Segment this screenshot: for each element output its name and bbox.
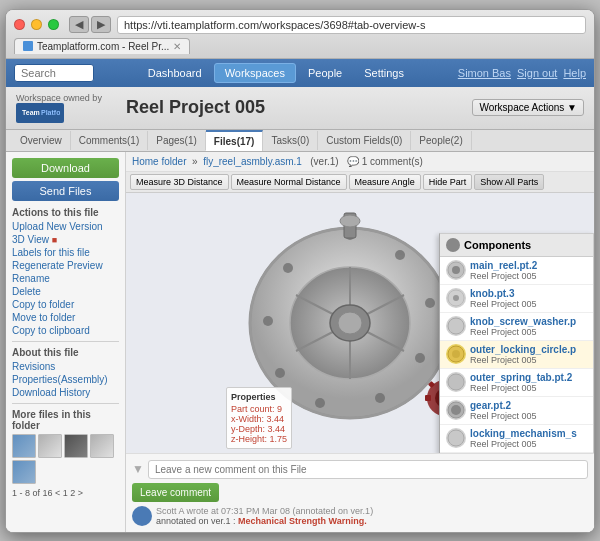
minimize-btn[interactable] [31,19,42,30]
tab-favicon [23,41,33,51]
maximize-btn[interactable] [48,19,59,30]
send-files-button[interactable]: Send Files [12,181,119,201]
nav-tabs: Dashboard Workspaces People Settings [102,63,450,83]
comment-warning: Mechanical Strength Warning. [238,516,367,526]
back-button[interactable]: ◀ [69,16,89,33]
thumb-2[interactable] [38,434,62,458]
svg-point-16 [315,398,325,408]
thumb-5[interactable] [12,460,36,484]
properties-link[interactable]: Properties(Assembly) [12,374,119,385]
leave-comment-button[interactable]: Leave comment [132,483,219,502]
svg-point-21 [340,215,360,227]
download-history-link[interactable]: Download History [12,387,119,398]
prop-width: x-Width: 3.44 [231,414,287,424]
comment-count: 1 comment(s) [362,156,423,167]
comment-avatar [132,506,152,526]
browser-tab[interactable]: Teamplatform.com - Reel Pr... ✕ [14,38,190,54]
workspace-actions-button[interactable]: Workspace Actions ▼ [472,99,584,116]
breadcrumb-home[interactable]: Home folder [132,156,186,167]
address-bar[interactable]: https://vti.teamplatform.com/workspaces/… [117,16,586,34]
thumbnail-grid [12,434,119,484]
svg-point-34 [448,318,464,334]
user-name[interactable]: Simon Bas [458,67,511,79]
file-version: (ver.1) [310,156,338,167]
comp-icon-6 [446,400,466,420]
more-files-title: More files in this folder [12,409,119,431]
nav-tab-people[interactable]: People [298,63,352,83]
measure-normal-btn[interactable]: Measure Normal Distance [231,174,347,190]
thumb-4[interactable] [90,434,114,458]
comment-input[interactable] [148,460,588,479]
measure-angle-btn[interactable]: Measure Angle [349,174,421,190]
copy-to-clipboard-link[interactable]: Copy to clipboard [12,325,119,336]
svg-rect-26 [425,395,431,401]
breadcrumb-file[interactable]: fly_reel_asmbly.asm.1 [203,156,302,167]
left-sidebar: Download Send Files Actions to this file… [6,152,126,532]
nav-tab-settings[interactable]: Settings [354,63,414,83]
comment-meta: Scott A wrote at 07:31 PM Mar 08 (annota… [156,506,373,516]
download-button[interactable]: Download [12,158,119,178]
nav-tab-dashboard[interactable]: Dashboard [138,63,212,83]
show-all-parts-btn[interactable]: Show All Parts [474,174,544,190]
upload-new-version-link[interactable]: Upload New Version [12,221,119,232]
tab-close-icon[interactable]: ✕ [173,41,181,52]
thumb-1[interactable] [12,434,36,458]
forward-button[interactable]: ▶ [91,16,111,33]
comp-name-7: locking_mechanism_s [470,428,587,439]
tab-people[interactable]: People(2) [411,131,471,150]
comp-item-1[interactable]: main_reel.pt.2 Reel Project 005 [440,257,593,285]
tab-pages[interactable]: Pages(1) [148,131,206,150]
main-viewer: Home folder » fly_reel_asmbly.asm.1 (ver… [126,152,594,532]
close-btn[interactable] [14,19,25,30]
tab-comments[interactable]: Comments(1) [71,131,149,150]
nav-tab-workspaces[interactable]: Workspaces [214,63,296,83]
tab-custom-fields[interactable]: Custom Fields(0) [318,131,411,150]
comp-item-7[interactable]: locking_mechanism_s Reel Project 005 [440,425,593,453]
comp-name-2: knob.pt.3 [470,288,587,299]
tab-tasks[interactable]: Tasks(0) [263,131,318,150]
breadcrumb: Home folder » fly_reel_asmbly.asm.1 (ver… [126,152,594,172]
comp-item-2[interactable]: knob.pt.3 Reel Project 005 [440,285,593,313]
3d-view-link[interactable]: 3D View ■ [12,234,119,245]
search-input[interactable] [14,64,94,82]
svg-point-10 [338,312,362,334]
regenerate-preview-link[interactable]: Regenerate Preview [12,260,119,271]
comp-item-3[interactable]: knob_screw_washer.p Reel Project 005 [440,313,593,341]
comment-input-row: ▼ [132,460,588,479]
move-to-folder-link[interactable]: Move to folder [12,312,119,323]
svg-point-18 [263,316,273,326]
tab-files[interactable]: Files(17) [206,130,264,151]
svg-point-12 [395,250,405,260]
svg-text:Platform: Platform [41,109,60,116]
comment-arrow-icon: ▼ [132,462,144,476]
comp-info-2: knob.pt.3 Reel Project 005 [470,288,587,309]
comment-area: ▼ Leave comment Scott A wrote at 07:31 P… [126,453,594,532]
labels-link[interactable]: Labels for this file [12,247,119,258]
delete-link[interactable]: Delete [12,286,119,297]
viewer-area[interactable]: Properties Part count: 9 x-Width: 3.44 y… [126,193,594,453]
components-icon [446,238,460,252]
comp-item-5[interactable]: outer_spring_tab.pt.2 Reel Project 005 [440,369,593,397]
prop-part-count: Part count: 9 [231,404,287,414]
comp-info-7: locking_mechanism_s Reel Project 005 [470,428,587,449]
measure-3d-btn[interactable]: Measure 3D Distance [130,174,229,190]
components-header: Components [440,234,593,257]
main-content: Download Send Files Actions to this file… [6,152,594,532]
comp-icon-1 [446,260,466,280]
prop-depth: y-Depth: 3.44 [231,424,287,434]
content-tabs: Overview Comments(1) Pages(1) Files(17) … [6,130,594,152]
comp-item-4[interactable]: outer_locking_circle.p Reel Project 005 [440,341,593,369]
thumb-3[interactable] [64,434,88,458]
browser-window: ◀ ▶ https://vti.teamplatform.com/workspa… [5,9,595,533]
comp-item-6[interactable]: gear.pt.2 Reel Project 005 [440,397,593,425]
comp-sub-5: Reel Project 005 [470,383,587,393]
tab-overview[interactable]: Overview [12,131,71,150]
sign-out-link[interactable]: Sign out [517,67,557,79]
copy-to-folder-link[interactable]: Copy to folder [12,299,119,310]
revisions-link[interactable]: Revisions [12,361,119,372]
comp-name-1: main_reel.pt.2 [470,260,587,271]
components-title: Components [464,239,531,251]
rename-link[interactable]: Rename [12,273,119,284]
help-link[interactable]: Help [563,67,586,79]
hide-part-btn[interactable]: Hide Part [423,174,473,190]
